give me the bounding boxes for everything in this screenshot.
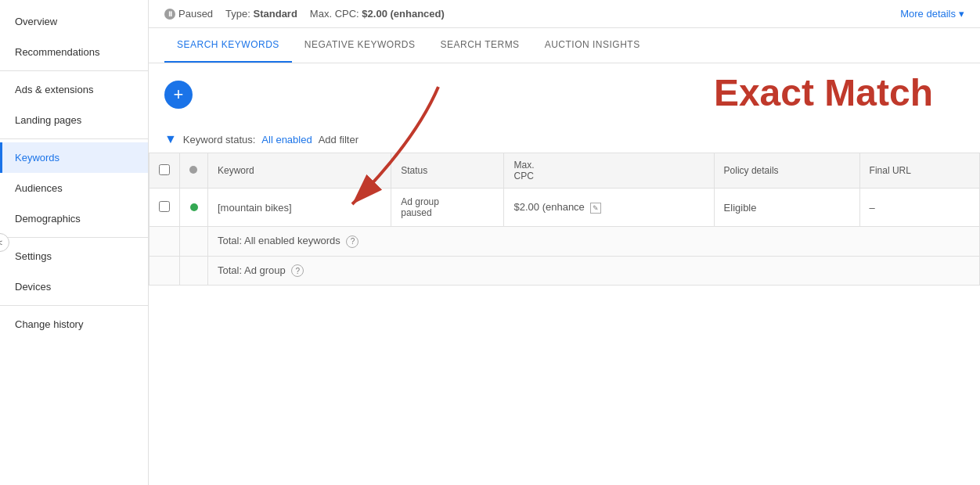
paused-label: Paused	[178, 8, 213, 20]
top-bar: ⏸ Paused Type: Standard Max. CPC: $2.00 …	[149, 0, 980, 28]
type-label: Type: Standard	[225, 8, 297, 20]
sidebar-item-change-history[interactable]: Change history	[0, 309, 148, 340]
tab-auction-insights[interactable]: AUCTION INSIGHTS	[532, 28, 653, 63]
edit-cpc-icon[interactable]: ✎	[590, 203, 601, 214]
header-policy-details: Policy details	[714, 153, 859, 189]
row-keyword-cell: [mountain bikes]	[208, 189, 391, 227]
filter-text: Keyword status:	[183, 134, 256, 146]
sidebar-item-ads-extensions[interactable]: Ads & extensions	[0, 74, 148, 105]
row-policy-details-cell: Eligible	[714, 189, 859, 227]
total-ad-group-row: Total: Ad group ?	[150, 256, 980, 286]
row-final-url-cell: –	[859, 189, 979, 227]
table-header-row: Keyword Status Max. CPC Policy details F…	[150, 153, 980, 189]
filter-status[interactable]: All enabled	[261, 134, 312, 146]
filter-icon[interactable]: ▼	[164, 132, 177, 146]
paused-icon: ⏸	[164, 9, 175, 20]
chevron-down-icon: ▾	[959, 8, 964, 20]
sidebar-divider-2	[0, 138, 148, 139]
sidebar-divider-1	[0, 70, 148, 71]
toolbar-row: + Exact Match	[149, 63, 980, 126]
header-status: Status	[391, 153, 504, 189]
row-max-cpc-cell: $2.00 (enhance ✎	[504, 189, 714, 227]
sidebar-item-landing-pages[interactable]: Landing pages	[0, 105, 148, 135]
total-ad-group-label: Total: Ad group ?	[208, 256, 980, 286]
more-details-link[interactable]: More details ▾	[900, 8, 964, 20]
row-checkbox-cell[interactable]	[150, 189, 180, 227]
sidebar-item-keywords[interactable]: Keywords	[0, 142, 148, 173]
grey-dot-icon	[189, 166, 197, 174]
content-area: + Exact Match ▼ Keyword status: All enab…	[149, 63, 980, 485]
sidebar-item-settings[interactable]: Settings	[0, 241, 148, 271]
sidebar: Overview Recommendations Ads & extension…	[0, 0, 149, 485]
table-row: [mountain bikes] Ad group paused $2.00 (…	[150, 189, 980, 227]
tab-negative-keywords[interactable]: NEGATIVE KEYWORDS	[292, 28, 428, 63]
info-icon-enabled[interactable]: ?	[346, 235, 358, 248]
header-final-url: Final URL	[859, 153, 979, 189]
header-checkbox[interactable]	[150, 153, 180, 189]
header-max-cpc: Max. CPC	[504, 153, 714, 189]
sidebar-divider-3	[0, 237, 148, 238]
sidebar-divider-4	[0, 305, 148, 306]
header-keyword: Keyword	[208, 153, 391, 189]
tab-search-terms[interactable]: SEARCH TERMS	[428, 28, 532, 63]
select-all-checkbox[interactable]	[159, 164, 170, 175]
row-status-cell: Ad group paused	[391, 189, 504, 227]
sidebar-item-recommendations[interactable]: Recommendations	[0, 37, 148, 67]
row-checkbox[interactable]	[159, 201, 170, 212]
sidebar-item-overview[interactable]: Overview	[0, 6, 148, 37]
main-content: ⏸ Paused Type: Standard Max. CPC: $2.00 …	[149, 0, 980, 485]
tab-search-keywords[interactable]: SEARCH KEYWORDS	[164, 28, 292, 63]
green-dot-icon	[190, 203, 198, 211]
info-icon-adgroup[interactable]: ?	[291, 264, 304, 277]
header-dot	[180, 153, 208, 189]
total-enabled-label: Total: All enabled keywords ?	[208, 227, 980, 257]
campaign-status-badge: ⏸ Paused	[164, 8, 213, 20]
filter-row: ▼ Keyword status: All enabled Add filter	[149, 126, 980, 153]
keywords-table: Keyword Status Max. CPC Policy details F…	[149, 153, 980, 286]
keyword-tabs: SEARCH KEYWORDS NEGATIVE KEYWORDS SEARCH…	[149, 28, 980, 63]
sidebar-item-demographics[interactable]: Demographics	[0, 203, 148, 234]
exact-match-label: Exact Match	[714, 71, 933, 114]
add-keyword-button[interactable]: +	[164, 81, 193, 109]
row-status-dot-cell	[180, 189, 208, 227]
total-enabled-row: Total: All enabled keywords ?	[150, 227, 980, 257]
sidebar-item-devices[interactable]: Devices	[0, 271, 148, 302]
max-cpc-info: Max. CPC: $2.00 (enhanced)	[310, 8, 445, 20]
add-filter-button[interactable]: Add filter	[319, 134, 358, 146]
sidebar-item-audiences[interactable]: Audiences	[0, 173, 148, 203]
